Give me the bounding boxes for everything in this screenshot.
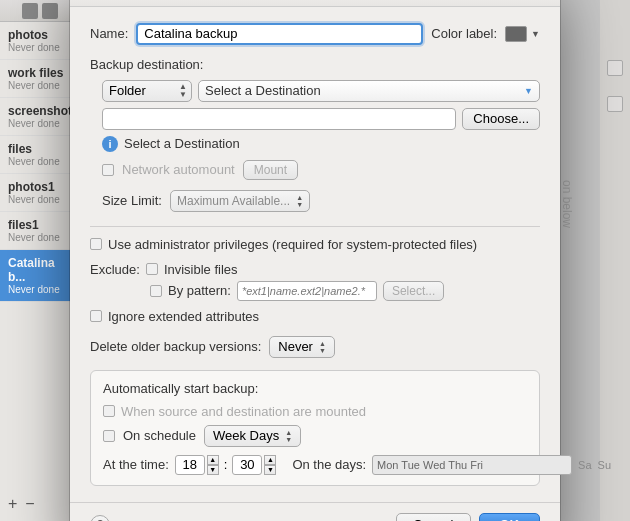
network-row: Network automount Mount (102, 160, 540, 180)
destination-arrow-icon: ▼ (524, 86, 533, 96)
delete-row: Delete older backup versions: Never ▲ ▼ (90, 336, 540, 358)
size-limit-stepper: ▲ ▼ (296, 194, 303, 208)
invisible-files-checkbox[interactable] (146, 263, 158, 275)
on-days-label: On the days: (292, 457, 366, 472)
destination-dropdown[interactable]: Select a Destination ▼ (198, 80, 540, 102)
ignore-label: Ignore extended attributes (108, 309, 259, 324)
auto-backup-section: Automatically start backup: When source … (90, 370, 540, 486)
color-label: Color label: (431, 26, 497, 41)
when-mounted-checkbox[interactable] (103, 405, 115, 417)
modal-overlay: Backup: Catalina backup Name: Color labe… (0, 0, 630, 521)
days-input[interactable]: Mon Tue Wed Thu Fri (372, 455, 572, 475)
time-days-row: At the time: ▲ ▼ : ▲ ▼ (103, 455, 527, 475)
days-display: Mon Tue Wed Thu Fri (377, 459, 483, 471)
time-separator: : (224, 457, 228, 472)
exclude-section: Exclude: Invisible files By pattern: Sel… (90, 262, 540, 301)
network-label: Network automount (122, 162, 235, 177)
when-mounted-label: When source and destination are mounted (121, 404, 366, 419)
modal-footer: ? Cancel OK (70, 502, 560, 522)
time-input: ▲ ▼ : ▲ ▼ (175, 455, 277, 475)
folder-option-label: Folder (109, 83, 146, 98)
backup-dest-label: Backup destination: (90, 57, 540, 72)
invisible-files-label: Invisible files (164, 262, 238, 277)
ignore-extended-checkbox[interactable] (90, 310, 102, 322)
minute-field[interactable] (232, 455, 262, 475)
exclude-label: Exclude: (90, 262, 140, 277)
delete-versions-dropdown[interactable]: Never ▲ ▼ (269, 336, 335, 358)
hour-down[interactable]: ▼ (207, 465, 219, 475)
modal-titlebar: Backup: Catalina backup (70, 0, 560, 7)
cancel-button[interactable]: Cancel (396, 513, 470, 522)
folder-stepper: ▲ ▼ (179, 83, 187, 99)
folder-type-dropdown[interactable]: Folder ▲ ▼ (102, 80, 192, 102)
size-limit-label: Size Limit: (102, 193, 162, 208)
mount-button[interactable]: Mount (243, 160, 298, 180)
info-row: i Select a Destination (102, 136, 540, 152)
name-row: Name: Color label: ▼ (90, 23, 540, 45)
minute-down[interactable]: ▼ (264, 465, 276, 475)
size-limit-value: Maximum Available... (177, 194, 290, 208)
schedule-row: On schedule Week Days ▲ ▼ (103, 425, 527, 447)
by-pattern-label: By pattern: (168, 283, 231, 298)
saturday-label: Sa (578, 459, 591, 471)
delete-value: Never (278, 339, 313, 354)
minute-up[interactable]: ▲ (264, 455, 276, 465)
schedule-dropdown[interactable]: Week Days ▲ ▼ (204, 425, 301, 447)
select-pattern-button[interactable]: Select... (383, 281, 444, 301)
size-limit-dropdown[interactable]: Maximum Available... ▲ ▼ (170, 190, 310, 212)
hour-field[interactable] (175, 455, 205, 475)
destination-type-row: Folder ▲ ▼ Select a Destination ▼ (102, 80, 540, 102)
hour-stepper[interactable]: ▲ ▼ (207, 455, 219, 475)
size-limit-row: Size Limit: Maximum Available... ▲ ▼ (102, 190, 540, 212)
on-schedule-label: On schedule (123, 428, 196, 443)
choose-button[interactable]: Choose... (462, 108, 540, 130)
destination-section: Folder ▲ ▼ Select a Destination ▼ Choose (102, 80, 540, 212)
destination-select-text: Select a Destination (205, 83, 321, 98)
modal-body: Name: Color label: ▼ Backup destination:… (70, 7, 560, 502)
admin-checkbox[interactable] (90, 238, 102, 250)
on-schedule-checkbox[interactable] (103, 430, 115, 442)
sunday-label: Su (598, 459, 611, 471)
hour-up[interactable]: ▲ (207, 455, 219, 465)
admin-label: Use administrator privileges (required f… (108, 237, 477, 252)
color-dropdown-arrow: ▼ (531, 29, 540, 39)
divider-1 (90, 226, 540, 227)
ignore-row: Ignore extended attributes (90, 309, 540, 324)
at-time-label: At the time: (103, 457, 169, 472)
info-icon: i (102, 136, 118, 152)
path-input-row: Choose... (102, 108, 540, 130)
delete-label: Delete older backup versions: (90, 339, 261, 354)
schedule-value: Week Days (213, 428, 279, 443)
color-swatch (505, 26, 527, 42)
path-input[interactable] (102, 108, 456, 130)
info-text: Select a Destination (124, 136, 240, 151)
name-input[interactable] (136, 23, 423, 45)
minute-stepper[interactable]: ▲ ▼ (264, 455, 276, 475)
modal-window: Backup: Catalina backup Name: Color labe… (70, 0, 560, 521)
admin-row: Use administrator privileges (required f… (90, 237, 540, 252)
pattern-row: By pattern: Select... (150, 281, 540, 301)
when-mounted-row: When source and destination are mounted (103, 404, 527, 419)
time-section: At the time: ▲ ▼ : ▲ ▼ (103, 455, 276, 475)
name-label: Name: (90, 26, 128, 41)
help-button[interactable]: ? (90, 515, 110, 522)
schedule-stepper: ▲ ▼ (285, 429, 292, 443)
delete-stepper: ▲ ▼ (319, 340, 326, 354)
auto-backup-title: Automatically start backup: (103, 381, 527, 396)
pattern-input[interactable] (237, 281, 377, 301)
exclude-row: Exclude: Invisible files (90, 262, 540, 277)
color-label-picker[interactable]: ▼ (505, 26, 540, 42)
ok-button[interactable]: OK (479, 513, 541, 522)
network-automount-checkbox[interactable] (102, 164, 114, 176)
by-pattern-checkbox[interactable] (150, 285, 162, 297)
footer-buttons: Cancel OK (396, 513, 540, 522)
days-section: On the days: Mon Tue Wed Thu Fri Sa Su (292, 455, 611, 475)
